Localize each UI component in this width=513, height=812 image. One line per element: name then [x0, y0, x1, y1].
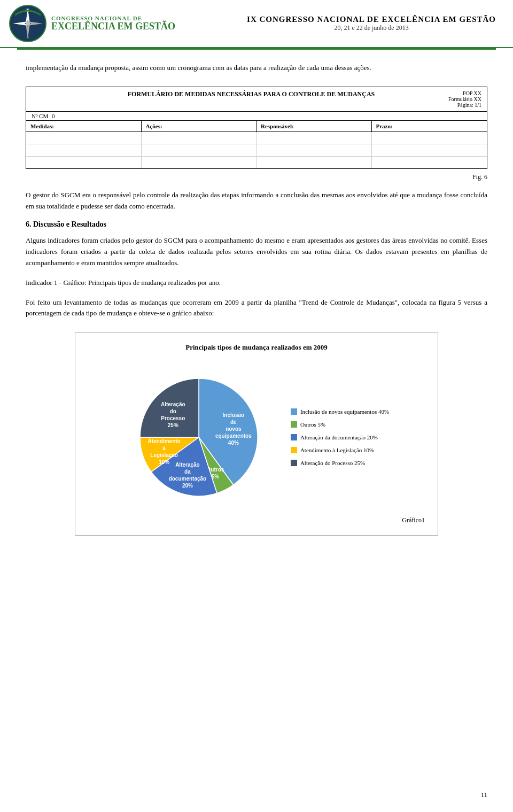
form-col1: Medidas: — [26, 121, 142, 132]
conference-date: 20, 21 e 22 de junho de 2013 — [247, 24, 496, 32]
color-alteracao-doc — [291, 434, 297, 440]
text-alteracao-proc: Alteração do Processo 25% — [300, 460, 365, 466]
cell-2-4 — [372, 144, 487, 156]
header-title-area: IX CONGRESSO NACIONAL DE EXCELÊNCIA EM G… — [247, 15, 496, 32]
cell-2-1 — [26, 144, 142, 156]
main-content: implementação da mudança proposta, assim… — [0, 50, 513, 574]
chart-container: Principais tipos de mudança realizados e… — [75, 332, 438, 536]
text-atendimento: Atendimento à Legislação 10% — [300, 447, 374, 453]
chart-inner: Inclusãodenovosequipamentos40%Outros5%Al… — [86, 362, 427, 512]
text-inclusao: Inclusão de novos equipamentos 40% — [300, 408, 389, 415]
form-row-1 — [26, 132, 487, 144]
cell-1-4 — [372, 132, 487, 144]
form-number-label: Nº CM — [32, 113, 48, 119]
logo-line2: EXCELÊNCIA EM GESTÃO — [51, 21, 175, 32]
section-6-para2: Indicador 1 - Gráfico: Principais tipos … — [26, 277, 487, 289]
cell-3-4 — [372, 157, 487, 168]
form-row-2 — [26, 144, 487, 157]
form-number-row: Nº CM 0 — [26, 112, 487, 121]
form-col4: Prazo: — [372, 121, 487, 132]
body-para-1: O gestor do SGCM era o responsável pelo … — [26, 190, 487, 212]
form-meta-line3: Página: 1/1 — [428, 102, 481, 108]
form-header: FORMULÁRIO DE MEDIDAS NECESSÁRIAS PARA O… — [26, 87, 487, 112]
color-outros — [291, 421, 297, 428]
form-meta: POP XX Formulário XX Página: 1/1 — [428, 90, 481, 108]
form-table: FORMULÁRIO DE MEDIDAS NECESSÁRIAS PARA O… — [26, 87, 487, 169]
text-outros: Outros 5% — [300, 421, 325, 428]
form-row-3 — [26, 157, 487, 168]
form-col3: Responsável: — [256, 121, 372, 132]
color-atendimento — [291, 447, 297, 453]
logo-area: N S CONGRESSO NACIONAL DE EXCELÊNCIA EM … — [9, 4, 175, 43]
label-atendimento: Atendimento à Legislação 10% — [291, 447, 389, 453]
text-alteracao-doc: Alteração da documentação 20% — [300, 434, 378, 440]
label-alteracao-doc: Alteração da documentação 20% — [291, 434, 389, 440]
cell-1-1 — [26, 132, 142, 144]
form-col2: Ações: — [142, 121, 257, 132]
cell-3-2 — [142, 157, 257, 168]
pie-chart: Inclusãodenovosequipamentos40%Outros5%Al… — [124, 362, 274, 512]
fig-caption: Fig. 6 — [26, 173, 487, 181]
cell-3-3 — [256, 157, 372, 168]
chart-labels: Inclusão de novos equipamentos 40% Outro… — [291, 408, 389, 466]
label-alteracao-proc: Alteração do Processo 25% — [291, 460, 389, 466]
conference-title: IX CONGRESSO NACIONAL DE EXCELÊNCIA EM G… — [247, 15, 496, 24]
cell-1-2 — [142, 132, 257, 144]
form-column-headers: Medidas: Ações: Responsável: Prazo: — [26, 121, 487, 132]
cell-2-2 — [142, 144, 257, 156]
color-alteracao-proc — [291, 460, 297, 466]
form-meta-line1: POP XX — [428, 90, 481, 96]
form-data-rows — [26, 132, 487, 168]
page-header: N S CONGRESSO NACIONAL DE EXCELÊNCIA EM … — [0, 0, 513, 48]
label-outros: Outros 5% — [291, 421, 389, 428]
chart-caption: Gráfico1 — [86, 516, 427, 524]
label-inclusao: Inclusão de novos equipamentos 40% — [291, 408, 389, 415]
svg-point-8 — [26, 21, 30, 26]
compass-logo: N S — [9, 4, 47, 43]
section-6-para3: Foi feito um levantamento de todas as mu… — [26, 297, 487, 320]
form-title: FORMULÁRIO DE MEDIDAS NECESSÁRIAS PARA O… — [74, 90, 428, 98]
cell-2-3 — [256, 144, 372, 156]
form-number-value: 0 — [52, 113, 55, 119]
section-6-heading: 6. Discussão e Resultados — [26, 220, 487, 229]
page-number: 11 — [480, 791, 487, 799]
intro-paragraph: implementação da mudança proposta, assim… — [26, 63, 487, 74]
section-6: 6. Discussão e Resultados Alguns indicad… — [26, 220, 487, 319]
cell-1-3 — [256, 132, 372, 144]
svg-text:S: S — [27, 35, 29, 40]
color-inclusao — [291, 408, 297, 415]
logo-text-area: CONGRESSO NACIONAL DE EXCELÊNCIA EM GEST… — [51, 15, 175, 32]
form-meta-line2: Formulário XX — [428, 96, 481, 102]
section-6-para1: Alguns indicadores foram criados pelo ge… — [26, 235, 487, 268]
cell-3-1 — [26, 157, 142, 168]
chart-title: Principais tipos de mudança realizados e… — [86, 343, 427, 352]
